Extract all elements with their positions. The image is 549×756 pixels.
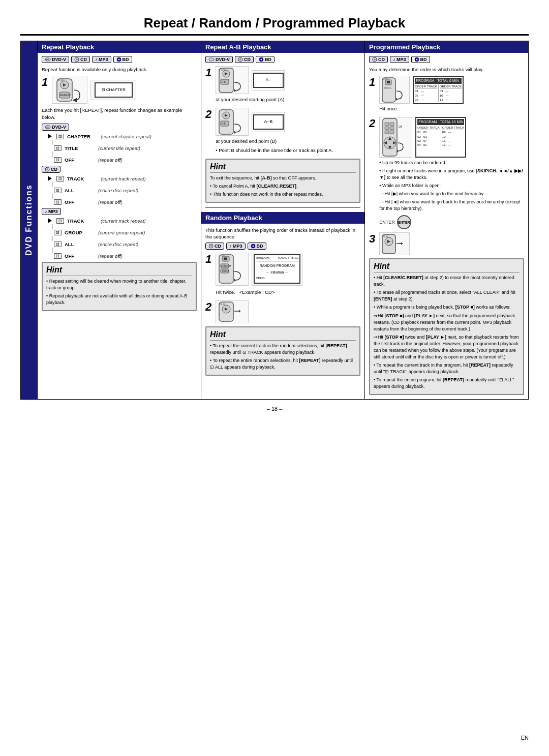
- svg-marker-62: [396, 98, 398, 101]
- repeat-step1-screen: ⊡ CHAPTER: [90, 80, 136, 100]
- random-playback-header: Random Playback: [201, 212, 364, 224]
- dvdv-badge: DVD-V: [42, 56, 69, 63]
- random-hit-twice: Hit twice.: [216, 289, 235, 295]
- repeat-playback-col: Repeat Playback DVD-V CD ♪ MP3 BD Repeat…: [38, 41, 201, 399]
- svg-text:PLAY: PLAY: [383, 235, 388, 238]
- repeat-ab-col: Repeat A-B Playback DVD-V CD BD 1: [201, 41, 365, 399]
- svg-point-16: [209, 58, 214, 61]
- ab-step2-row: 2 A-B: [205, 108, 360, 156]
- prog-enter-circle: ENTER: [397, 215, 411, 229]
- cd-track-item: ⊡ TRACK (current track repeat): [48, 176, 197, 182]
- dvd-sidebar-label: DVD Functions: [21, 41, 37, 399]
- prog-device-icons: CD ♪ MP3 BD: [369, 56, 524, 63]
- prog-step1-num: 1: [369, 76, 375, 89]
- svg-rect-59: [387, 81, 390, 83]
- prog-step1-screen: PROGRAM TOTAL 0 MIN ORDER TRACK 01 — 02 …: [413, 76, 464, 104]
- svg-point-56: [416, 59, 417, 61]
- svg-marker-52: [239, 310, 240, 313]
- svg-text:MODE: MODE: [222, 270, 229, 273]
- ab-hint-text: To exit the sequence, hit [A-B] so that …: [210, 175, 356, 198]
- cd-section-badge: CD: [42, 166, 60, 173]
- svg-text:STOP: STOP: [220, 254, 225, 257]
- prog-hit-once: Hit once.: [379, 105, 464, 112]
- prog-enter-label: ENTER: [379, 220, 395, 225]
- prog-hint-box: Hint • Hit [CLEAR/C.RESET] at step 2) to…: [369, 258, 524, 395]
- svg-point-18: [240, 59, 241, 60]
- svg-point-37: [252, 245, 254, 247]
- svg-text:PLAY: PLAY: [58, 79, 65, 82]
- mp3-group-item: ⊡ GROUP (current group repeat): [48, 230, 197, 235]
- svg-text:or: or: [399, 124, 402, 129]
- svg-text:PLAY: PLAY: [220, 69, 225, 71]
- svg-text:PLAY: PLAY: [220, 303, 225, 306]
- svg-marker-76: [397, 149, 399, 153]
- svg-rect-66: [390, 123, 394, 126]
- ab-cd-badge: CD: [235, 56, 254, 63]
- prog-step2-remote: or: [379, 117, 412, 158]
- prog-hint-text: • Hit [CLEAR/C.RESET] at step 2) to eras…: [374, 275, 520, 390]
- mp3-repeat-section: ♪ MP3 ⊡ TRACK (current track repeat) ⊡ G…: [42, 208, 197, 259]
- svg-text:STOP: STOP: [383, 78, 388, 80]
- prog-step3-remote: PLAY: [379, 232, 410, 255]
- repeat-ab-header: Repeat A-B Playback: [201, 41, 364, 53]
- mp3-badge: ♪ MP3: [92, 56, 111, 63]
- repeat-hint-title: Hint: [46, 265, 192, 276]
- cd-all-item: ⊡ ALL (entire disc repeat): [48, 188, 197, 193]
- random-step1-remote: STOP RANDOM MODE: [216, 253, 249, 286]
- svg-rect-70: [390, 131, 394, 134]
- ab-step1-row: 1 PLAY A-B: [205, 66, 360, 105]
- prog-step1-row: 1 STOP MODE: [369, 76, 524, 114]
- prog-bd-badge: BD: [411, 56, 430, 63]
- ab-step2-remote: A-B: [216, 108, 249, 136]
- svg-text:MODE: MODE: [384, 86, 392, 89]
- random-step1-num: 1: [205, 253, 211, 266]
- programmed-col: Programmed Playback CD ♪ MP3 BD You may …: [365, 41, 528, 399]
- repeat-step1-remote: PLAY REPEAT: [52, 76, 87, 104]
- random-hint-box: Hint • To repeat the current track in th…: [205, 326, 360, 376]
- repeat-step1-row: 1 PLAY REPEAT: [42, 76, 197, 104]
- dvdv-repeat-section: DVD-V ⊡ CHAPTER (current chapter repeat)…: [42, 124, 197, 163]
- svg-rect-67: [385, 127, 389, 130]
- repeat-hint-text: • Repeat setting will be cleared when mo…: [46, 278, 192, 306]
- repeat-note: Repeat function is available only during…: [42, 66, 197, 73]
- svg-rect-68: [390, 127, 394, 130]
- prog-step2-row: 2 or: [369, 117, 524, 229]
- ab-dvdv-badge: DVD-V: [205, 56, 233, 63]
- random-desc: This function shuffles the playing order…: [205, 227, 360, 240]
- random-hint-title: Hint: [210, 330, 356, 341]
- svg-rect-40: [224, 258, 227, 260]
- prog-step2-num: 2: [369, 117, 375, 130]
- prog-desc: You may determine the order in which tra…: [369, 66, 524, 73]
- prog-step2-notes: • Up to 99 tracks can be ordered. • If e…: [379, 160, 524, 212]
- bd-badge: BD: [113, 56, 132, 63]
- ab-step2-screen: A–B: [252, 112, 285, 132]
- en-badge: EN: [521, 735, 529, 741]
- svg-point-35: [210, 245, 211, 246]
- ab-device-icons: DVD-V CD BD: [205, 56, 360, 63]
- programmed-header: Programmed Playback: [365, 41, 528, 53]
- random-example: <Example : CD>: [239, 289, 275, 295]
- dvdv-off-item: ⊡ OFF (repeat off): [48, 157, 197, 163]
- dvdv-title-item: ⊡ TITLE (current title repeat): [48, 145, 197, 151]
- svg-text:A-B: A-B: [221, 122, 226, 125]
- svg-marker-33: [234, 131, 236, 134]
- repeat-playback-header: Repeat Playback: [38, 41, 201, 53]
- svg-point-5: [118, 59, 119, 61]
- ab-hint-title: Hint: [210, 162, 356, 173]
- mp3-off-item: ⊡ OFF (repeat off): [48, 253, 197, 259]
- repeat-hint-box: Hint • Repeat setting will be cleared wh…: [42, 262, 197, 311]
- prog-cd-badge: CD: [369, 56, 388, 63]
- svg-text:REPEAT: REPEAT: [60, 94, 71, 97]
- ab-step2-num: 2: [205, 108, 211, 121]
- prog-step3-num: 3: [369, 232, 375, 246]
- random-step1-row: 1 STOP RANDOM: [205, 253, 360, 297]
- ab-step1-screen: A–: [252, 70, 285, 90]
- random-step2-remote: PLAY: [216, 300, 249, 323]
- mp3-section-badge: ♪ MP3: [42, 208, 61, 215]
- ab-step1-num: 1: [205, 66, 211, 79]
- random-mp3-badge: ♪ MP3: [226, 243, 246, 250]
- cd-repeat-section: CD ⊡ TRACK (current track repeat) ⊡ ALL …: [42, 166, 197, 205]
- dvdv-chapter-item: ⊡ CHAPTER (current chapter repeat): [48, 134, 197, 139]
- svg-marker-82: [401, 242, 403, 245]
- ab-bd-badge: BD: [256, 56, 274, 63]
